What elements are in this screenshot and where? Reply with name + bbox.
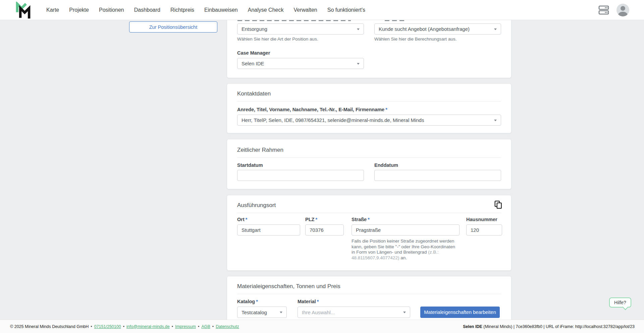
contact-field-label: Anrede, Titel, Vorname, Nachname, Tel.-N…: [237, 107, 501, 113]
calculation-type-select[interactable]: Kunde sucht Angebot (Angebotsanfrage): [374, 23, 501, 35]
katalog-value: Testcatalog: [241, 310, 267, 315]
chevron-down-icon: [403, 312, 406, 313]
footer-datenschutz-link[interactable]: Datenschutz: [216, 324, 239, 329]
footer-agb-link[interactable]: AGB: [201, 324, 210, 329]
back-to-positions-button[interactable]: Zur Positionsübersicht: [129, 21, 217, 32]
footer-copyright: © 2025 Mineral Minds Deutschland GmbH: [10, 324, 89, 329]
enddatum-label: Enddatum: [374, 162, 501, 168]
contact-field-label-text: Anrede, Titel, Vorname, Nachname, Tel.-N…: [237, 107, 384, 112]
material-placeholder: Ihre Auswahl...: [302, 310, 335, 315]
nav-item-so-funktionierts[interactable]: So funktioniert's: [327, 7, 365, 13]
material-select[interactable]: Ihre Auswahl...: [298, 307, 410, 318]
nav-item-verwalten[interactable]: Verwalten: [293, 7, 317, 13]
clipped-label-fragment: [237, 20, 351, 21]
material-label: Material*: [298, 299, 410, 305]
nav-item-projekte[interactable]: Projekte: [69, 7, 89, 13]
chevron-down-icon: [494, 120, 497, 121]
navbar-right-controls: [598, 0, 629, 20]
footer-email-link[interactable]: info@mineral-minds.de: [126, 324, 170, 329]
divider: [237, 101, 501, 102]
case-manager-select[interactable]: Selen IDE: [237, 58, 364, 69]
footer-session-info: Selen IDE (Mineral Minds) | 7ce360e83fb0…: [463, 324, 635, 329]
session-user: Selen IDE: [463, 324, 482, 329]
nav-item-einbauweisen[interactable]: Einbauweisen: [204, 7, 238, 13]
strasse-helper-suffix: an.: [399, 255, 407, 260]
clipped-label-fragment: [385, 20, 405, 21]
case-manager-value: Selen IDE: [241, 61, 264, 66]
ort-input[interactable]: [237, 224, 300, 236]
divider: [237, 157, 501, 158]
kontaktdaten-title: Kontaktdaten: [237, 90, 501, 97]
katalog-label: Katalog*: [237, 299, 287, 305]
footer-separator: •: [198, 324, 199, 329]
chevron-down-icon: [357, 63, 360, 65]
footer-left: © 2025 Mineral Minds Deutschland GmbH • …: [10, 324, 239, 329]
required-asterisk: *: [317, 299, 319, 304]
strasse-helper-text: Falls die Position keiner Straße zugeord…: [352, 239, 455, 255]
help-bubble-button[interactable]: Hilfe?: [609, 297, 631, 308]
katalog-label-text: Katalog: [237, 299, 255, 304]
hausnummer-input[interactable]: [466, 224, 502, 236]
ort-label: Ort*: [237, 217, 300, 222]
material-title: Materialeigenschaften, Tonnen und Preis: [237, 283, 501, 290]
startdatum-input[interactable]: [237, 170, 364, 181]
footer-separator: •: [172, 324, 173, 329]
katalog-select[interactable]: Testcatalog: [237, 307, 287, 318]
nav-item-dashboard[interactable]: Dashboard: [134, 7, 160, 13]
strasse-helper: Falls die Position keiner Straße zugeord…: [352, 239, 460, 261]
chevron-down-icon: [494, 28, 497, 30]
hausnummer-label: Hausnummer: [466, 217, 502, 222]
required-asterisk: *: [315, 217, 317, 222]
divider: [237, 294, 501, 294]
required-asterisk: *: [368, 217, 370, 222]
footer-phone-link[interactable]: 07151/250100: [94, 324, 121, 329]
divider: [237, 213, 501, 213]
nav-item-analyse-check[interactable]: Analyse Check: [248, 7, 284, 13]
strasse-label: Straße*: [352, 217, 460, 222]
edit-material-properties-button[interactable]: Materialeigenschaften bearbeiten: [420, 307, 500, 318]
position-type-value: Entsorgung: [241, 26, 267, 32]
footer-impressum-link[interactable]: Impressum: [175, 324, 196, 329]
mineral-minds-logo-icon[interactable]: [15, 2, 31, 19]
chevron-down-icon: [357, 28, 360, 30]
footer-separator: •: [91, 324, 92, 329]
nav-item-richtpreis[interactable]: Richtpreis: [170, 7, 194, 13]
nav-item-karte[interactable]: Karte: [46, 7, 59, 13]
material-label-text: Material: [298, 299, 316, 304]
required-asterisk: *: [246, 217, 248, 222]
nav-item-positionen[interactable]: Positionen: [99, 7, 124, 13]
position-type-helper: Wählen Sie hier die Art der Position aus…: [237, 37, 364, 42]
main-navigation: Karte Projekte Positionen Dashboard Rich…: [46, 0, 365, 20]
contact-select[interactable]: Herr, TitelP, Selen, IDE, 0987/654321, s…: [237, 115, 501, 126]
ort-label-text: Ort: [237, 217, 245, 222]
server-icon[interactable]: [598, 5, 609, 15]
footer-separator: •: [123, 324, 124, 329]
session-details: (Mineral Minds) | 7ce360e83fb0 | URL of …: [482, 324, 635, 329]
kontaktdaten-card: Kontaktdaten Anrede, Titel, Vorname, Nac…: [227, 83, 512, 133]
contact-select-value: Herr, TitelP, Selen, IDE, 0987/654321, s…: [241, 117, 424, 123]
case-manager-label: Case Manager: [237, 50, 501, 56]
position-type-select[interactable]: Entsorgung: [237, 23, 364, 35]
chevron-down-icon: [280, 312, 282, 313]
strasse-input[interactable]: [352, 224, 460, 236]
startdatum-label: Startdatum: [237, 162, 364, 168]
page-content: Zur Positionsübersicht Entsorgung Wählen…: [0, 20, 644, 320]
calculation-type-value: Kunde sucht Angebot (Angebotsanfrage): [379, 26, 470, 32]
zeitraum-title: Zeitlicher Rahmen: [237, 147, 501, 153]
top-navbar: Karte Projekte Positionen Dashboard Rich…: [0, 0, 644, 20]
ausfuehrungsort-title: Ausführungsort: [237, 202, 501, 209]
user-avatar[interactable]: [616, 4, 629, 16]
calculation-type-helper: Wählen Sie hier die Berechnungsart aus.: [374, 37, 501, 42]
zeitlicher-rahmen-card: Zeitlicher Rahmen Startdatum Enddatum: [227, 139, 512, 189]
plz-label-text: PLZ: [305, 217, 314, 222]
plz-label: PLZ*: [305, 217, 344, 222]
required-asterisk: *: [385, 107, 387, 112]
strasse-label-text: Straße: [352, 217, 367, 222]
enddatum-input[interactable]: [374, 170, 501, 181]
ausfuehrungsort-card: Ausführungsort Ort* PLZ* Straße: [227, 195, 512, 271]
copy-icon[interactable]: [494, 200, 502, 209]
plz-input[interactable]: [305, 224, 344, 236]
position-type-card: Entsorgung Wählen Sie hier die Art der P…: [227, 20, 512, 78]
footer-separator: •: [212, 324, 214, 329]
required-asterisk: *: [256, 299, 258, 304]
